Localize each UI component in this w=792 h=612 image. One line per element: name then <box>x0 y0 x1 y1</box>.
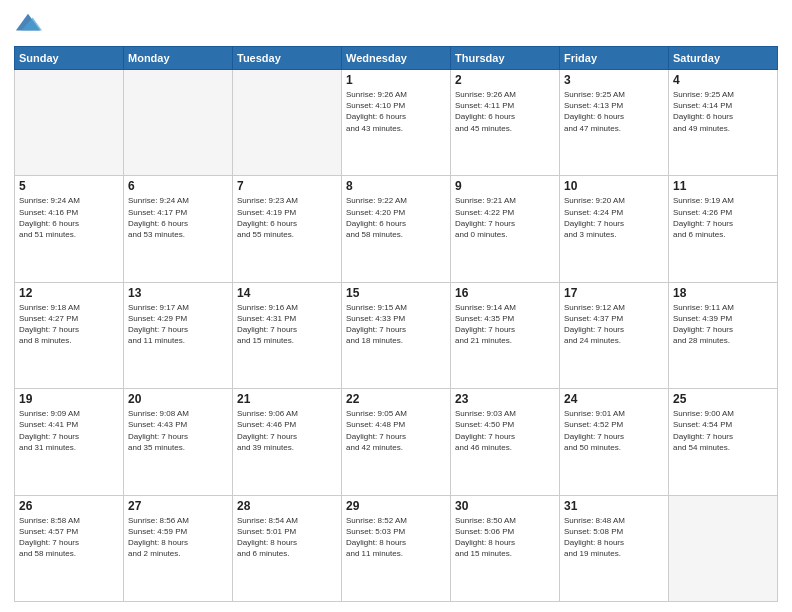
day-number: 18 <box>673 286 773 300</box>
day-cell: 23Sunrise: 9:03 AM Sunset: 4:50 PM Dayli… <box>451 389 560 495</box>
day-info: Sunrise: 8:48 AM Sunset: 5:08 PM Dayligh… <box>564 515 664 560</box>
day-number: 1 <box>346 73 446 87</box>
calendar-table: SundayMondayTuesdayWednesdayThursdayFrid… <box>14 46 778 602</box>
week-row-0: 1Sunrise: 9:26 AM Sunset: 4:10 PM Daylig… <box>15 70 778 176</box>
day-number: 13 <box>128 286 228 300</box>
day-cell: 22Sunrise: 9:05 AM Sunset: 4:48 PM Dayli… <box>342 389 451 495</box>
header <box>14 10 778 38</box>
day-cell <box>124 70 233 176</box>
day-number: 24 <box>564 392 664 406</box>
day-cell: 3Sunrise: 9:25 AM Sunset: 4:13 PM Daylig… <box>560 70 669 176</box>
week-row-4: 26Sunrise: 8:58 AM Sunset: 4:57 PM Dayli… <box>15 495 778 601</box>
week-row-3: 19Sunrise: 9:09 AM Sunset: 4:41 PM Dayli… <box>15 389 778 495</box>
day-number: 14 <box>237 286 337 300</box>
day-info: Sunrise: 8:52 AM Sunset: 5:03 PM Dayligh… <box>346 515 446 560</box>
day-info: Sunrise: 9:22 AM Sunset: 4:20 PM Dayligh… <box>346 195 446 240</box>
day-cell: 8Sunrise: 9:22 AM Sunset: 4:20 PM Daylig… <box>342 176 451 282</box>
day-number: 15 <box>346 286 446 300</box>
day-info: Sunrise: 9:05 AM Sunset: 4:48 PM Dayligh… <box>346 408 446 453</box>
day-info: Sunrise: 9:20 AM Sunset: 4:24 PM Dayligh… <box>564 195 664 240</box>
day-cell: 21Sunrise: 9:06 AM Sunset: 4:46 PM Dayli… <box>233 389 342 495</box>
day-cell: 15Sunrise: 9:15 AM Sunset: 4:33 PM Dayli… <box>342 282 451 388</box>
day-number: 6 <box>128 179 228 193</box>
day-number: 12 <box>19 286 119 300</box>
day-number: 25 <box>673 392 773 406</box>
day-cell <box>233 70 342 176</box>
day-number: 23 <box>455 392 555 406</box>
logo-icon <box>14 10 42 38</box>
day-info: Sunrise: 9:24 AM Sunset: 4:16 PM Dayligh… <box>19 195 119 240</box>
day-number: 31 <box>564 499 664 513</box>
day-number: 5 <box>19 179 119 193</box>
header-cell-monday: Monday <box>124 47 233 70</box>
day-number: 17 <box>564 286 664 300</box>
header-cell-tuesday: Tuesday <box>233 47 342 70</box>
day-info: Sunrise: 8:54 AM Sunset: 5:01 PM Dayligh… <box>237 515 337 560</box>
day-number: 3 <box>564 73 664 87</box>
day-cell: 17Sunrise: 9:12 AM Sunset: 4:37 PM Dayli… <box>560 282 669 388</box>
day-number: 16 <box>455 286 555 300</box>
header-cell-friday: Friday <box>560 47 669 70</box>
day-number: 20 <box>128 392 228 406</box>
week-row-2: 12Sunrise: 9:18 AM Sunset: 4:27 PM Dayli… <box>15 282 778 388</box>
day-number: 28 <box>237 499 337 513</box>
day-number: 10 <box>564 179 664 193</box>
day-info: Sunrise: 8:56 AM Sunset: 4:59 PM Dayligh… <box>128 515 228 560</box>
day-info: Sunrise: 9:14 AM Sunset: 4:35 PM Dayligh… <box>455 302 555 347</box>
day-number: 19 <box>19 392 119 406</box>
day-cell: 6Sunrise: 9:24 AM Sunset: 4:17 PM Daylig… <box>124 176 233 282</box>
day-number: 2 <box>455 73 555 87</box>
header-cell-sunday: Sunday <box>15 47 124 70</box>
day-cell: 1Sunrise: 9:26 AM Sunset: 4:10 PM Daylig… <box>342 70 451 176</box>
day-number: 8 <box>346 179 446 193</box>
day-number: 30 <box>455 499 555 513</box>
day-info: Sunrise: 8:50 AM Sunset: 5:06 PM Dayligh… <box>455 515 555 560</box>
day-cell: 29Sunrise: 8:52 AM Sunset: 5:03 PM Dayli… <box>342 495 451 601</box>
day-info: Sunrise: 9:19 AM Sunset: 4:26 PM Dayligh… <box>673 195 773 240</box>
day-info: Sunrise: 9:06 AM Sunset: 4:46 PM Dayligh… <box>237 408 337 453</box>
day-cell: 27Sunrise: 8:56 AM Sunset: 4:59 PM Dayli… <box>124 495 233 601</box>
day-cell: 28Sunrise: 8:54 AM Sunset: 5:01 PM Dayli… <box>233 495 342 601</box>
day-cell: 13Sunrise: 9:17 AM Sunset: 4:29 PM Dayli… <box>124 282 233 388</box>
day-cell: 16Sunrise: 9:14 AM Sunset: 4:35 PM Dayli… <box>451 282 560 388</box>
day-info: Sunrise: 9:25 AM Sunset: 4:13 PM Dayligh… <box>564 89 664 134</box>
day-info: Sunrise: 9:26 AM Sunset: 4:11 PM Dayligh… <box>455 89 555 134</box>
day-cell: 25Sunrise: 9:00 AM Sunset: 4:54 PM Dayli… <box>669 389 778 495</box>
day-number: 22 <box>346 392 446 406</box>
day-info: Sunrise: 9:01 AM Sunset: 4:52 PM Dayligh… <box>564 408 664 453</box>
day-info: Sunrise: 9:09 AM Sunset: 4:41 PM Dayligh… <box>19 408 119 453</box>
day-number: 9 <box>455 179 555 193</box>
day-info: Sunrise: 9:11 AM Sunset: 4:39 PM Dayligh… <box>673 302 773 347</box>
day-info: Sunrise: 9:24 AM Sunset: 4:17 PM Dayligh… <box>128 195 228 240</box>
week-row-1: 5Sunrise: 9:24 AM Sunset: 4:16 PM Daylig… <box>15 176 778 282</box>
day-number: 29 <box>346 499 446 513</box>
day-info: Sunrise: 9:15 AM Sunset: 4:33 PM Dayligh… <box>346 302 446 347</box>
day-info: Sunrise: 9:23 AM Sunset: 4:19 PM Dayligh… <box>237 195 337 240</box>
header-row: SundayMondayTuesdayWednesdayThursdayFrid… <box>15 47 778 70</box>
day-cell: 12Sunrise: 9:18 AM Sunset: 4:27 PM Dayli… <box>15 282 124 388</box>
day-cell: 2Sunrise: 9:26 AM Sunset: 4:11 PM Daylig… <box>451 70 560 176</box>
day-info: Sunrise: 8:58 AM Sunset: 4:57 PM Dayligh… <box>19 515 119 560</box>
day-number: 7 <box>237 179 337 193</box>
day-info: Sunrise: 9:25 AM Sunset: 4:14 PM Dayligh… <box>673 89 773 134</box>
day-number: 27 <box>128 499 228 513</box>
day-cell: 10Sunrise: 9:20 AM Sunset: 4:24 PM Dayli… <box>560 176 669 282</box>
day-info: Sunrise: 9:17 AM Sunset: 4:29 PM Dayligh… <box>128 302 228 347</box>
day-number: 21 <box>237 392 337 406</box>
day-info: Sunrise: 9:21 AM Sunset: 4:22 PM Dayligh… <box>455 195 555 240</box>
day-cell <box>669 495 778 601</box>
day-info: Sunrise: 9:16 AM Sunset: 4:31 PM Dayligh… <box>237 302 337 347</box>
day-number: 26 <box>19 499 119 513</box>
day-info: Sunrise: 9:12 AM Sunset: 4:37 PM Dayligh… <box>564 302 664 347</box>
header-cell-thursday: Thursday <box>451 47 560 70</box>
day-cell: 5Sunrise: 9:24 AM Sunset: 4:16 PM Daylig… <box>15 176 124 282</box>
day-cell <box>15 70 124 176</box>
day-cell: 14Sunrise: 9:16 AM Sunset: 4:31 PM Dayli… <box>233 282 342 388</box>
day-info: Sunrise: 9:18 AM Sunset: 4:27 PM Dayligh… <box>19 302 119 347</box>
day-number: 11 <box>673 179 773 193</box>
day-cell: 30Sunrise: 8:50 AM Sunset: 5:06 PM Dayli… <box>451 495 560 601</box>
day-cell: 7Sunrise: 9:23 AM Sunset: 4:19 PM Daylig… <box>233 176 342 282</box>
day-cell: 24Sunrise: 9:01 AM Sunset: 4:52 PM Dayli… <box>560 389 669 495</box>
day-cell: 19Sunrise: 9:09 AM Sunset: 4:41 PM Dayli… <box>15 389 124 495</box>
day-number: 4 <box>673 73 773 87</box>
